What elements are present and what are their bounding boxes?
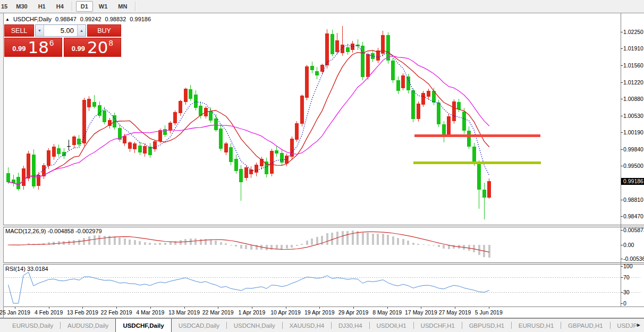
y-axis-label: 0.98470 [623, 213, 643, 219]
y-axis-label: 1.00190 [623, 129, 643, 135]
sell-button[interactable]: SELL [4, 24, 34, 37]
chart-tab-bar: EURUSD,DailyAUDUSD,DailyUSDCHF,DailyUSDC… [0, 318, 644, 332]
ohlc-high: 0.99242 [80, 16, 101, 22]
tab-scroll-right-icon[interactable]: ► [636, 322, 641, 328]
buy-price-big: 20 [87, 40, 108, 55]
volume-spinner: ▼ 5.00 ▲ [35, 24, 86, 37]
tab-usdcad-daily[interactable]: USDCAD,Daily [172, 319, 226, 332]
tab-usdchf-h1[interactable]: USDCHF,H1 [413, 319, 462, 332]
tab-dj30-h4[interactable]: DJ30,H4 [332, 319, 369, 332]
collapse-icon[interactable]: ▲ [5, 17, 10, 22]
tab-usdoil-h1[interactable]: USDOil,H1 [369, 319, 413, 332]
tab-audusd-daily[interactable]: AUDUSD,Daily [61, 319, 115, 332]
y-axis-label: 1.01560 [623, 62, 643, 69]
volume-decrease-icon[interactable]: ▼ [36, 25, 44, 36]
macd-axis-label: 0.005873 [623, 227, 644, 233]
volume-increase-icon[interactable]: ▲ [77, 25, 86, 36]
y-axis-label: 0.99840 [623, 146, 643, 152]
tab-gbpaud-h1[interactable]: GBPAUD,H1 [561, 319, 610, 332]
ohlc-open: 0.98847 [55, 16, 77, 22]
tab-eurusd-daily[interactable]: EURUSD,Daily [5, 319, 60, 332]
y-axis-label: 1.01910 [623, 45, 643, 52]
buy-quote[interactable]: 0.99 20 8 [64, 38, 122, 57]
y-axis-label: 1.00530 [623, 113, 643, 119]
tab-gbpusd-h1[interactable]: GBPUSD,H1 [462, 319, 511, 332]
one-click-trade-panel: SELL ▼ 5.00 ▲ BUY 0.99 18 6 0.99 20 8 [4, 24, 121, 57]
tab-usdcnh-daily[interactable]: USDCNH,Daily [227, 319, 282, 332]
current-price-badge: 0.99186 [621, 178, 644, 185]
rsi-label: RSI(14) 33.0184 [5, 266, 48, 272]
y-axis-label: 0.99500 [623, 163, 643, 169]
rsi-axis-label: 70 [623, 274, 630, 280]
rsi-axis-label: 100 [623, 263, 633, 269]
rsi-axis-label: 30 [623, 289, 630, 295]
macd-axis-label: -0.005369 [623, 256, 644, 262]
sell-price-prefix: 0.99 [12, 45, 26, 53]
y-axis-label: 1.00880 [623, 96, 643, 102]
volume-field[interactable]: 5.00 [44, 25, 77, 36]
x-axis-date-label: 5 Jun 2019 [463, 309, 514, 316]
tab-usdchf-daily[interactable]: USDCHF,Daily [115, 318, 171, 332]
buy-price-sup: 8 [108, 38, 113, 47]
buy-price-prefix: 0.99 [72, 45, 85, 53]
macd-axis-label: 0.00 [623, 242, 634, 248]
y-axis-label: 1.01220 [623, 79, 643, 86]
tab-xauusd-h4[interactable]: XAUUSD,H4 [282, 319, 331, 332]
macd-label: MACD(12,26,9) -0.004858 -0.002979 [5, 228, 102, 234]
mt4-window: 15M30H1H4D1W1MN ▲ USDCHF,Daily 0.98847 0… [0, 0, 644, 332]
tab-eurusd-h1[interactable]: EURUSD,H1 [512, 319, 561, 332]
chart-title: ▲ USDCHF,Daily 0.98847 0.99242 0.98832 0… [5, 16, 151, 22]
ohlc-low: 0.98832 [105, 16, 126, 22]
chart-symbol: USDCHF,Daily [13, 16, 52, 22]
y-axis-label: 0.98810 [623, 197, 643, 203]
buy-button[interactable]: BUY [87, 24, 121, 37]
sell-price-sup: 6 [49, 38, 54, 47]
y-axis-label: 1.02250 [623, 29, 643, 35]
rsi-axis-label: 0 [623, 300, 626, 307]
sell-quote[interactable]: 0.99 18 6 [4, 38, 62, 57]
sell-price-big: 18 [28, 40, 49, 55]
ohlc-close: 0.99186 [130, 16, 151, 22]
